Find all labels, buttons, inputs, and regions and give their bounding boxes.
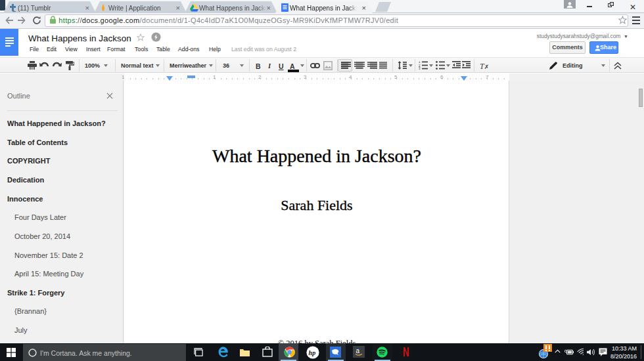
svg-text:3: 3 xyxy=(419,67,421,70)
svg-text:hp: hp xyxy=(309,349,316,356)
svg-text:a: a xyxy=(356,347,360,354)
